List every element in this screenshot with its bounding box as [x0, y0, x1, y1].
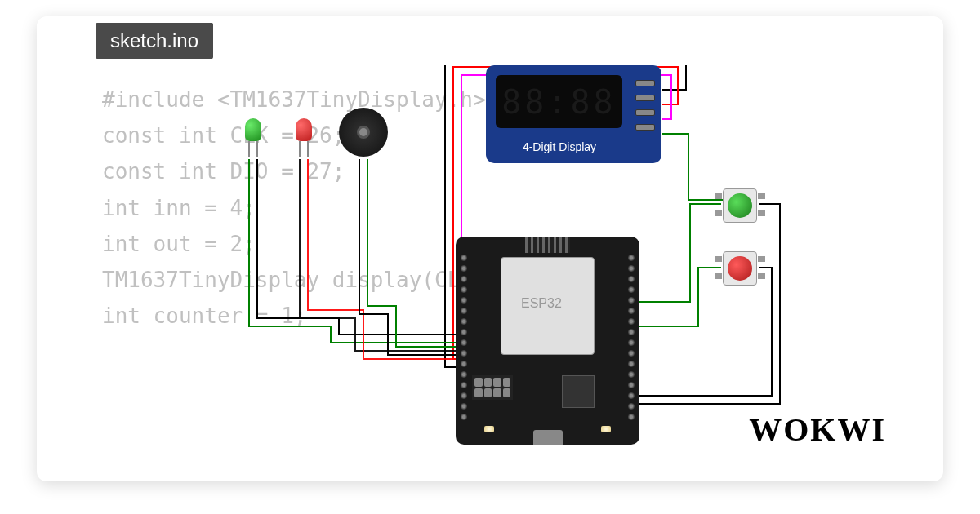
project-card: sketch.ino #include <TM1637TinyDisplay.h… — [37, 16, 943, 481]
seven-segment-display[interactable]: 88:88 4-Digit Display — [486, 65, 662, 163]
wokwi-logo: WOKWI — [749, 410, 886, 449]
green-led[interactable] — [245, 118, 261, 141]
usb-port-icon — [533, 430, 563, 445]
display-label: 4-Digit Display — [486, 140, 633, 153]
green-pushbutton[interactable] — [715, 184, 765, 226]
red-led[interactable] — [296, 118, 312, 141]
display-screen: 88:88 — [496, 75, 622, 128]
display-pins — [635, 80, 655, 131]
buzzer[interactable] — [339, 108, 388, 157]
mcu-label: ESP32 — [521, 296, 562, 311]
filename-tab[interactable]: sketch.ino — [96, 23, 213, 59]
antenna-icon — [525, 237, 570, 253]
button-cap-green-icon — [728, 193, 752, 218]
pin-row-right — [628, 255, 635, 420]
chip-icon — [562, 375, 595, 408]
esp32-board[interactable]: ESP32 — [456, 237, 639, 445]
pin-row-left — [461, 255, 467, 420]
board-led-icon — [601, 426, 611, 432]
circuit-diagram: 88:88 4-Digit Display ESP32 — [225, 65, 796, 449]
button-cap-red-icon — [728, 256, 752, 281]
red-pushbutton[interactable] — [715, 246, 765, 289]
header-pins — [472, 375, 513, 400]
buzzer-hole-icon — [357, 126, 370, 139]
board-led-icon — [484, 426, 494, 432]
